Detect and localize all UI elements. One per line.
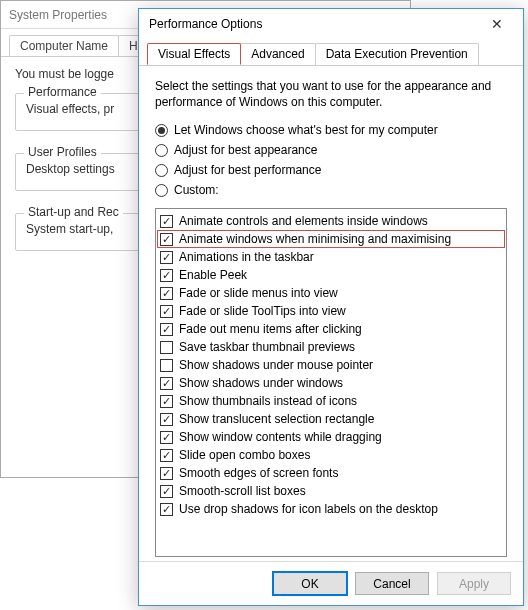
checkbox[interactable] [160, 251, 173, 264]
close-button[interactable]: ✕ [477, 11, 517, 37]
effect-option-label: Smooth-scroll list boxes [179, 483, 306, 499]
ok-button[interactable]: OK [273, 572, 347, 595]
effect-option-16[interactable]: Use drop shadows for icon labels on the … [160, 500, 502, 518]
radio-indicator[interactable] [155, 124, 168, 137]
checkbox[interactable] [160, 341, 173, 354]
group-startup-legend: Start-up and Rec [24, 205, 123, 219]
tab-visual-effects[interactable]: Visual Effects [147, 43, 241, 65]
apply-button: Apply [437, 572, 511, 595]
effect-option-3[interactable]: Enable Peek [160, 266, 502, 284]
mode-radio-group: Let Windows choose what's best for my co… [155, 120, 507, 200]
checkbox[interactable] [160, 395, 173, 408]
effect-option-8[interactable]: Show shadows under mouse pointer [160, 356, 502, 374]
checkbox[interactable] [160, 287, 173, 300]
radio-label: Custom: [174, 183, 219, 197]
radio-option-0[interactable]: Let Windows choose what's best for my co… [155, 120, 507, 140]
effect-option-7[interactable]: Save taskbar thumbnail previews [160, 338, 502, 356]
checkbox[interactable] [160, 215, 173, 228]
group-user-profiles-legend: User Profiles [24, 145, 101, 159]
effect-option-1[interactable]: Animate windows when minimising and maxi… [157, 230, 505, 248]
effect-option-11[interactable]: Show translucent selection rectangle [160, 410, 502, 428]
effect-option-9[interactable]: Show shadows under windows [160, 374, 502, 392]
checkbox[interactable] [160, 305, 173, 318]
radio-label: Adjust for best performance [174, 163, 321, 177]
checkbox[interactable] [160, 233, 173, 246]
effect-option-label: Animate controls and elements inside win… [179, 213, 428, 229]
visual-effects-panel: Select the settings that you want to use… [139, 66, 523, 561]
effect-option-label: Show shadows under windows [179, 375, 343, 391]
checkbox[interactable] [160, 323, 173, 336]
effects-listbox[interactable]: Animate controls and elements inside win… [155, 208, 507, 557]
effect-option-12[interactable]: Show window contents while dragging [160, 428, 502, 446]
effect-option-label: Enable Peek [179, 267, 247, 283]
tab-advanced[interactable]: Advanced [240, 43, 315, 65]
effect-option-label: Slide open combo boxes [179, 447, 310, 463]
checkbox[interactable] [160, 413, 173, 426]
effect-option-2[interactable]: Animations in the taskbar [160, 248, 502, 266]
performance-options-title: Performance Options [149, 17, 477, 31]
checkbox[interactable] [160, 503, 173, 516]
intro-text: Select the settings that you want to use… [155, 78, 507, 110]
checkbox[interactable] [160, 377, 173, 390]
tab-dep[interactable]: Data Execution Prevention [315, 43, 479, 65]
effect-option-label: Fade or slide menus into view [179, 285, 338, 301]
effect-option-label: Show thumbnails instead of icons [179, 393, 357, 409]
effect-option-13[interactable]: Slide open combo boxes [160, 446, 502, 464]
close-icon: ✕ [491, 16, 503, 32]
radio-indicator[interactable] [155, 164, 168, 177]
radio-option-2[interactable]: Adjust for best performance [155, 160, 507, 180]
performance-options-tabs: Visual Effects Advanced Data Execution P… [139, 39, 523, 66]
dialog-buttons: OK Cancel Apply [139, 561, 523, 605]
effect-option-label: Show translucent selection rectangle [179, 411, 374, 427]
effect-option-label: Animate windows when minimising and maxi… [179, 231, 451, 247]
checkbox[interactable] [160, 485, 173, 498]
performance-options-titlebar: Performance Options ✕ [139, 9, 523, 39]
system-properties-title: System Properties [9, 8, 107, 22]
effect-option-14[interactable]: Smooth edges of screen fonts [160, 464, 502, 482]
effect-option-label: Use drop shadows for icon labels on the … [179, 501, 438, 517]
effect-option-15[interactable]: Smooth-scroll list boxes [160, 482, 502, 500]
radio-option-1[interactable]: Adjust for best appearance [155, 140, 507, 160]
performance-options-dialog: Performance Options ✕ Visual Effects Adv… [138, 8, 524, 606]
effect-option-4[interactable]: Fade or slide menus into view [160, 284, 502, 302]
radio-label: Let Windows choose what's best for my co… [174, 123, 438, 137]
effect-option-0[interactable]: Animate controls and elements inside win… [160, 212, 502, 230]
effect-option-label: Show shadows under mouse pointer [179, 357, 373, 373]
radio-indicator[interactable] [155, 184, 168, 197]
effect-option-label: Smooth edges of screen fonts [179, 465, 338, 481]
checkbox[interactable] [160, 467, 173, 480]
radio-indicator[interactable] [155, 144, 168, 157]
tab-computer-name[interactable]: Computer Name [9, 35, 119, 56]
effect-option-5[interactable]: Fade or slide ToolTips into view [160, 302, 502, 320]
checkbox[interactable] [160, 449, 173, 462]
cancel-button[interactable]: Cancel [355, 572, 429, 595]
checkbox[interactable] [160, 431, 173, 444]
effect-option-label: Fade or slide ToolTips into view [179, 303, 346, 319]
effect-option-10[interactable]: Show thumbnails instead of icons [160, 392, 502, 410]
effect-option-label: Fade out menu items after clicking [179, 321, 362, 337]
checkbox[interactable] [160, 359, 173, 372]
effect-option-label: Save taskbar thumbnail previews [179, 339, 355, 355]
effect-option-label: Animations in the taskbar [179, 249, 314, 265]
radio-label: Adjust for best appearance [174, 143, 317, 157]
effect-option-label: Show window contents while dragging [179, 429, 382, 445]
group-performance-legend: Performance [24, 85, 101, 99]
effect-option-6[interactable]: Fade out menu items after clicking [160, 320, 502, 338]
checkbox[interactable] [160, 269, 173, 282]
radio-option-3[interactable]: Custom: [155, 180, 507, 200]
